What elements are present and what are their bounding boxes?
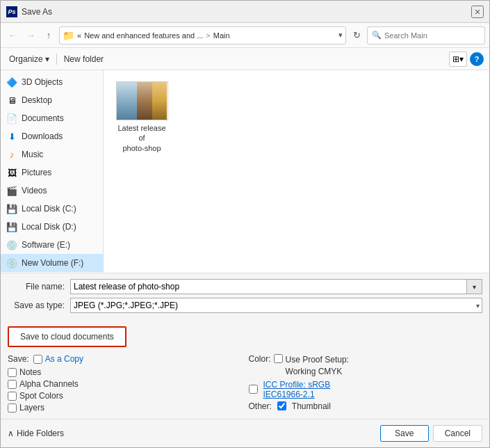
forward-button[interactable]: → <box>23 28 38 43</box>
pictures-icon: 🖼 <box>6 167 17 178</box>
bottom-right-buttons: Save Cancel <box>380 425 482 442</box>
sidebar-label-pictures: Pictures <box>22 168 51 177</box>
alpha-channels-checkbox[interactable] <box>8 380 17 389</box>
savetype-select[interactable]: JPEG (*.JPG;*.JPEG;*.JPE) <box>70 298 482 313</box>
sidebar-label-music: Music <box>22 150 43 159</box>
icc-link[interactable]: ICC Profile: sRGBIEC61966-2.1 <box>263 380 331 399</box>
cloud-section: Save to cloud documents <box>1 322 489 351</box>
sidebar: 🔷 3D Objects 🖥 Desktop 📄 Documents ⬇ Dow… <box>1 70 104 273</box>
toolbar-separator <box>56 54 57 65</box>
sidebar-item-3d-objects[interactable]: 🔷 3D Objects <box>1 73 103 91</box>
dialog-title: Save As <box>22 7 52 17</box>
videos-icon: 🎬 <box>6 185 17 196</box>
thumb-mid <box>137 82 152 120</box>
spot-colors-label: Spot Colors <box>19 391 63 401</box>
view-button[interactable]: ⊞ ▾ <box>449 51 467 67</box>
file-item[interactable]: Latest release ofphoto-shop <box>111 77 173 157</box>
software-e-icon: 💿 <box>6 239 17 250</box>
spot-colors-row: Spot Colors <box>8 391 242 401</box>
downloads-icon: ⬇ <box>6 131 17 142</box>
sidebar-item-videos[interactable]: 🎬 Videos <box>1 182 103 200</box>
save-as-copy-row: Save: As a Copy <box>8 354 242 364</box>
help-button[interactable]: ? <box>470 52 484 66</box>
thumbnail-checkbox[interactable] <box>277 401 286 410</box>
filename-label: File name: <box>8 282 70 291</box>
main-area: 🔷 3D Objects 🖥 Desktop 📄 Documents ⬇ Dow… <box>1 70 489 273</box>
layers-label: Layers <box>19 403 44 413</box>
other-row: Other: Thumbnail <box>249 401 483 411</box>
sidebar-item-local-disk-c[interactable]: 💾 Local Disk (C:) <box>1 200 103 218</box>
breadcrumb-separator: > <box>206 31 210 40</box>
cancel-button[interactable]: Cancel <box>433 425 482 442</box>
sidebar-label-new-volume-f: New Volume (F:) <box>22 258 83 268</box>
hide-folders-button[interactable]: ∧ Hide Folders <box>8 429 64 438</box>
title-bar-left: Ps Save As <box>6 6 52 17</box>
form-area: File name: ▾ Save as type: JPEG (*.JPG;*… <box>1 273 489 322</box>
organize-label: Organize <box>9 54 43 64</box>
sidebar-item-new-volume-f[interactable]: 💿 New Volume (F:) <box>1 254 103 272</box>
search-input[interactable] <box>384 31 480 40</box>
back-button[interactable]: ← <box>5 28 20 43</box>
search-box: 🔍 <box>367 26 485 45</box>
sidebar-label-local-disk-d: Local Disk (D:) <box>22 222 76 232</box>
use-proof-checkbox[interactable] <box>274 354 283 363</box>
as-copy-checkbox[interactable] <box>33 355 42 364</box>
filename-input[interactable] <box>70 279 467 294</box>
new-folder-button[interactable]: New folder <box>61 53 106 65</box>
sidebar-label-3d-objects: 3D Objects <box>22 77 63 87</box>
save-as-dialog: Ps Save As × ← → ↑ 📁 « New and enhanced … <box>0 0 490 448</box>
close-button[interactable]: × <box>471 6 484 18</box>
music-icon: ♪ <box>6 149 17 160</box>
color-row: Color: Use Proof Setup:Working CMYK <box>249 354 483 378</box>
file-thumbnail <box>116 81 168 120</box>
alpha-channels-label: Alpha Channels <box>19 379 79 389</box>
filename-row: File name: ▾ <box>8 279 482 294</box>
notes-label: Notes <box>19 367 41 377</box>
options-left: Save: As a Copy Notes Alpha Channels Spo… <box>8 354 242 415</box>
up-button[interactable]: ↑ <box>41 28 56 43</box>
sidebar-item-music[interactable]: ♪ Music <box>1 145 103 163</box>
filename-dropdown-arrow[interactable]: ▾ <box>467 279 482 294</box>
save-button[interactable]: Save <box>380 425 429 442</box>
sidebar-item-pictures[interactable]: 🖼 Pictures <box>1 163 103 182</box>
nav-bar: ← → ↑ 📁 « New and enhanced features and … <box>1 23 489 48</box>
as-copy-link[interactable]: As a Copy <box>45 354 83 364</box>
breadcrumb-path: New and enhanced features and ... <box>84 31 203 40</box>
view-arrow-icon: ▾ <box>459 54 464 64</box>
thumb-left <box>117 82 137 120</box>
sidebar-item-documents[interactable]: 📄 Documents <box>1 109 103 127</box>
toolbar: Organize ▾ New folder ⊞ ▾ ? <box>1 48 489 70</box>
toolbar-right: ⊞ ▾ ? <box>449 51 484 67</box>
sidebar-item-downloads[interactable]: ⬇ Downloads <box>1 127 103 145</box>
sidebar-item-local-disk-d[interactable]: 💾 Local Disk (D:) <box>1 218 103 236</box>
local-disk-c-icon: 💾 <box>6 203 17 214</box>
thumbnail-label: Thumbnail <box>292 401 331 411</box>
save-cloud-button[interactable]: Save to cloud documents <box>8 326 126 347</box>
refresh-button[interactable]: ↻ <box>349 28 364 43</box>
bottom-bar: ∧ Hide Folders Save Cancel <box>1 419 489 447</box>
save-label: Save: <box>8 354 29 364</box>
spot-colors-checkbox[interactable] <box>8 392 17 401</box>
notes-row: Notes <box>8 367 242 377</box>
sidebar-label-desktop: Desktop <box>22 95 52 105</box>
notes-checkbox[interactable] <box>8 368 17 377</box>
sidebar-label-software-e: Software (E:) <box>22 240 70 250</box>
sidebar-item-desktop[interactable]: 🖥 Desktop <box>1 91 103 109</box>
icc-checkbox[interactable] <box>249 385 258 394</box>
breadcrumb-dropdown-button[interactable]: ▾ <box>338 31 343 40</box>
breadcrumb-bar: 📁 « New and enhanced features and ... > … <box>59 26 346 45</box>
organize-button[interactable]: Organize ▾ <box>6 53 52 65</box>
desktop-icon: 🖥 <box>6 95 17 106</box>
savetype-label: Save as type: <box>8 301 70 310</box>
hide-folders-label: Hide Folders <box>17 429 64 438</box>
savetype-select-wrapper: JPEG (*.JPG;*.JPEG;*.JPE) ▾ <box>70 298 482 313</box>
sidebar-item-software-e[interactable]: 💿 Software (E:) <box>1 236 103 254</box>
view-icon: ⊞ <box>452 54 459 64</box>
title-bar: Ps Save As × <box>1 1 489 23</box>
ps-icon: Ps <box>6 6 17 17</box>
layers-checkbox[interactable] <box>8 403 17 413</box>
local-disk-d-icon: 💾 <box>6 221 17 232</box>
options-section: Save: As a Copy Notes Alpha Channels Spo… <box>1 351 489 419</box>
other-label: Other: <box>249 401 272 411</box>
search-icon: 🔍 <box>372 31 382 40</box>
